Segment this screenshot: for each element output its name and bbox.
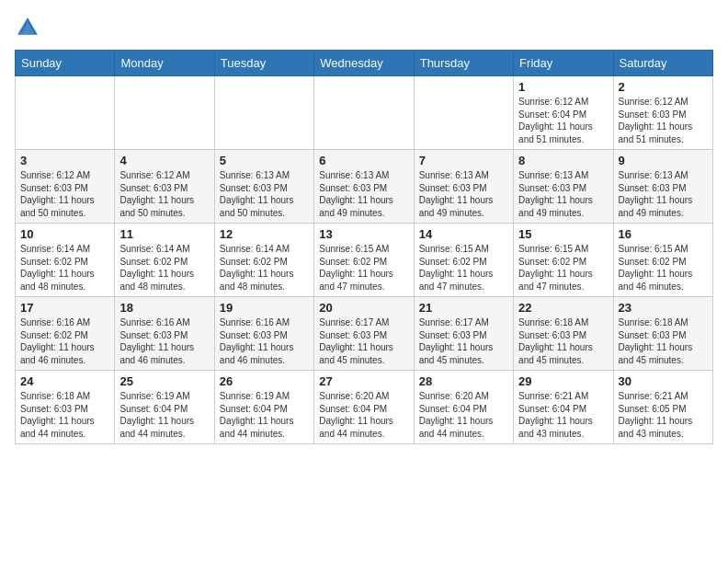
calendar-cell: 30Sunrise: 6:21 AM Sunset: 6:05 PM Dayli… bbox=[613, 371, 712, 444]
day-info: Sunrise: 6:17 AM Sunset: 6:03 PM Dayligh… bbox=[319, 316, 408, 366]
calendar-week-5: 24Sunrise: 6:18 AM Sunset: 6:03 PM Dayli… bbox=[16, 371, 713, 444]
calendar-cell: 6Sunrise: 6:13 AM Sunset: 6:03 PM Daylig… bbox=[314, 150, 414, 224]
day-number: 23 bbox=[619, 301, 708, 315]
day-info: Sunrise: 6:12 AM Sunset: 6:03 PM Dayligh… bbox=[20, 169, 109, 219]
calendar-cell: 25Sunrise: 6:19 AM Sunset: 6:04 PM Dayli… bbox=[115, 371, 214, 444]
day-info: Sunrise: 6:14 AM Sunset: 6:02 PM Dayligh… bbox=[119, 243, 209, 293]
day-info: Sunrise: 6:15 AM Sunset: 6:02 PM Dayligh… bbox=[419, 243, 508, 293]
calendar-table: SundayMondayTuesdayWednesdayThursdayFrid… bbox=[15, 50, 713, 444]
day-number: 9 bbox=[619, 154, 708, 167]
day-number: 8 bbox=[518, 154, 608, 167]
calendar-cell: 19Sunrise: 6:16 AM Sunset: 6:03 PM Dayli… bbox=[214, 297, 313, 371]
day-info: Sunrise: 6:12 AM Sunset: 6:03 PM Dayligh… bbox=[119, 169, 209, 219]
calendar-cell: 2Sunrise: 6:12 AM Sunset: 6:03 PM Daylig… bbox=[613, 76, 712, 150]
day-info: Sunrise: 6:18 AM Sunset: 6:03 PM Dayligh… bbox=[518, 316, 608, 366]
day-info: Sunrise: 6:15 AM Sunset: 6:02 PM Dayligh… bbox=[518, 243, 608, 293]
day-info: Sunrise: 6:13 AM Sunset: 6:03 PM Dayligh… bbox=[419, 169, 508, 219]
day-info: Sunrise: 6:14 AM Sunset: 6:02 PM Dayligh… bbox=[20, 243, 109, 293]
day-number: 7 bbox=[419, 154, 508, 167]
day-number: 15 bbox=[518, 227, 608, 241]
day-number: 26 bbox=[220, 374, 309, 388]
day-number: 3 bbox=[20, 154, 109, 167]
calendar-cell bbox=[214, 76, 313, 150]
day-info: Sunrise: 6:17 AM Sunset: 6:03 PM Dayligh… bbox=[419, 316, 508, 366]
day-number: 11 bbox=[119, 227, 209, 241]
day-info: Sunrise: 6:19 AM Sunset: 6:04 PM Dayligh… bbox=[119, 390, 209, 440]
logo-icon bbox=[15, 15, 40, 40]
calendar-cell: 26Sunrise: 6:19 AM Sunset: 6:04 PM Dayli… bbox=[214, 371, 313, 444]
calendar-cell: 4Sunrise: 6:12 AM Sunset: 6:03 PM Daylig… bbox=[115, 150, 214, 224]
day-info: Sunrise: 6:12 AM Sunset: 6:04 PM Dayligh… bbox=[518, 96, 608, 145]
calendar-cell bbox=[314, 76, 414, 150]
day-number: 21 bbox=[419, 301, 508, 315]
day-info: Sunrise: 6:13 AM Sunset: 6:03 PM Dayligh… bbox=[319, 169, 408, 219]
page-header bbox=[15, 15, 713, 40]
calendar-cell: 3Sunrise: 6:12 AM Sunset: 6:03 PM Daylig… bbox=[16, 150, 115, 224]
day-number: 25 bbox=[119, 374, 209, 388]
calendar-cell: 21Sunrise: 6:17 AM Sunset: 6:03 PM Dayli… bbox=[414, 297, 513, 371]
day-info: Sunrise: 6:18 AM Sunset: 6:03 PM Dayligh… bbox=[619, 316, 708, 366]
day-info: Sunrise: 6:21 AM Sunset: 6:04 PM Dayligh… bbox=[518, 390, 608, 440]
calendar-cell bbox=[16, 76, 115, 150]
calendar-cell: 24Sunrise: 6:18 AM Sunset: 6:03 PM Dayli… bbox=[16, 371, 115, 444]
day-number: 13 bbox=[319, 227, 408, 241]
day-number: 19 bbox=[220, 301, 309, 315]
column-header-tuesday: Tuesday bbox=[214, 51, 313, 76]
day-info: Sunrise: 6:12 AM Sunset: 6:03 PM Dayligh… bbox=[619, 96, 708, 145]
day-info: Sunrise: 6:13 AM Sunset: 6:03 PM Dayligh… bbox=[518, 169, 608, 219]
calendar-cell: 15Sunrise: 6:15 AM Sunset: 6:02 PM Dayli… bbox=[514, 224, 613, 297]
day-number: 1 bbox=[518, 80, 608, 94]
calendar-cell: 22Sunrise: 6:18 AM Sunset: 6:03 PM Dayli… bbox=[514, 297, 613, 371]
calendar-cell: 1Sunrise: 6:12 AM Sunset: 6:04 PM Daylig… bbox=[514, 76, 613, 150]
day-info: Sunrise: 6:20 AM Sunset: 6:04 PM Dayligh… bbox=[319, 390, 408, 440]
column-header-saturday: Saturday bbox=[613, 51, 712, 76]
day-number: 29 bbox=[518, 374, 608, 388]
calendar-cell: 10Sunrise: 6:14 AM Sunset: 6:02 PM Dayli… bbox=[16, 224, 115, 297]
calendar-cell: 17Sunrise: 6:16 AM Sunset: 6:02 PM Dayli… bbox=[16, 297, 115, 371]
day-info: Sunrise: 6:19 AM Sunset: 6:04 PM Dayligh… bbox=[220, 390, 309, 440]
day-number: 17 bbox=[20, 301, 109, 315]
day-number: 4 bbox=[119, 154, 209, 167]
calendar-cell: 27Sunrise: 6:20 AM Sunset: 6:04 PM Dayli… bbox=[314, 371, 414, 444]
day-info: Sunrise: 6:15 AM Sunset: 6:02 PM Dayligh… bbox=[319, 243, 408, 293]
day-info: Sunrise: 6:16 AM Sunset: 6:02 PM Dayligh… bbox=[20, 316, 109, 366]
calendar-cell: 12Sunrise: 6:14 AM Sunset: 6:02 PM Dayli… bbox=[214, 224, 313, 297]
column-header-sunday: Sunday bbox=[16, 51, 115, 76]
column-header-monday: Monday bbox=[115, 51, 214, 76]
day-number: 5 bbox=[220, 154, 309, 167]
day-number: 16 bbox=[619, 227, 708, 241]
calendar-cell bbox=[414, 76, 513, 150]
day-info: Sunrise: 6:13 AM Sunset: 6:03 PM Dayligh… bbox=[220, 169, 309, 219]
day-number: 24 bbox=[20, 374, 109, 388]
day-number: 27 bbox=[319, 374, 408, 388]
calendar-cell: 7Sunrise: 6:13 AM Sunset: 6:03 PM Daylig… bbox=[414, 150, 513, 224]
column-header-thursday: Thursday bbox=[414, 51, 513, 76]
calendar-header-row: SundayMondayTuesdayWednesdayThursdayFrid… bbox=[16, 51, 713, 76]
day-info: Sunrise: 6:16 AM Sunset: 6:03 PM Dayligh… bbox=[119, 316, 209, 366]
calendar-cell: 14Sunrise: 6:15 AM Sunset: 6:02 PM Dayli… bbox=[414, 224, 513, 297]
day-info: Sunrise: 6:15 AM Sunset: 6:02 PM Dayligh… bbox=[619, 243, 708, 293]
calendar-cell: 13Sunrise: 6:15 AM Sunset: 6:02 PM Dayli… bbox=[314, 224, 414, 297]
day-number: 2 bbox=[619, 80, 708, 94]
calendar-cell: 18Sunrise: 6:16 AM Sunset: 6:03 PM Dayli… bbox=[115, 297, 214, 371]
day-info: Sunrise: 6:14 AM Sunset: 6:02 PM Dayligh… bbox=[220, 243, 309, 293]
calendar-week-2: 3Sunrise: 6:12 AM Sunset: 6:03 PM Daylig… bbox=[16, 150, 713, 224]
day-info: Sunrise: 6:18 AM Sunset: 6:03 PM Dayligh… bbox=[20, 390, 109, 440]
calendar-cell: 29Sunrise: 6:21 AM Sunset: 6:04 PM Dayli… bbox=[514, 371, 613, 444]
day-number: 6 bbox=[319, 154, 408, 167]
day-number: 30 bbox=[619, 374, 708, 388]
day-number: 22 bbox=[518, 301, 608, 315]
calendar-cell: 11Sunrise: 6:14 AM Sunset: 6:02 PM Dayli… bbox=[115, 224, 214, 297]
calendar-cell: 8Sunrise: 6:13 AM Sunset: 6:03 PM Daylig… bbox=[514, 150, 613, 224]
calendar-cell: 9Sunrise: 6:13 AM Sunset: 6:03 PM Daylig… bbox=[613, 150, 712, 224]
calendar-cell: 28Sunrise: 6:20 AM Sunset: 6:04 PM Dayli… bbox=[414, 371, 513, 444]
calendar-cell: 16Sunrise: 6:15 AM Sunset: 6:02 PM Dayli… bbox=[613, 224, 712, 297]
day-number: 28 bbox=[419, 374, 508, 388]
calendar-cell: 5Sunrise: 6:13 AM Sunset: 6:03 PM Daylig… bbox=[214, 150, 313, 224]
day-number: 12 bbox=[220, 227, 309, 241]
day-number: 20 bbox=[319, 301, 408, 315]
day-info: Sunrise: 6:21 AM Sunset: 6:05 PM Dayligh… bbox=[619, 390, 708, 440]
calendar-week-1: 1Sunrise: 6:12 AM Sunset: 6:04 PM Daylig… bbox=[16, 76, 713, 150]
calendar-week-4: 17Sunrise: 6:16 AM Sunset: 6:02 PM Dayli… bbox=[16, 297, 713, 371]
calendar-cell bbox=[115, 76, 214, 150]
